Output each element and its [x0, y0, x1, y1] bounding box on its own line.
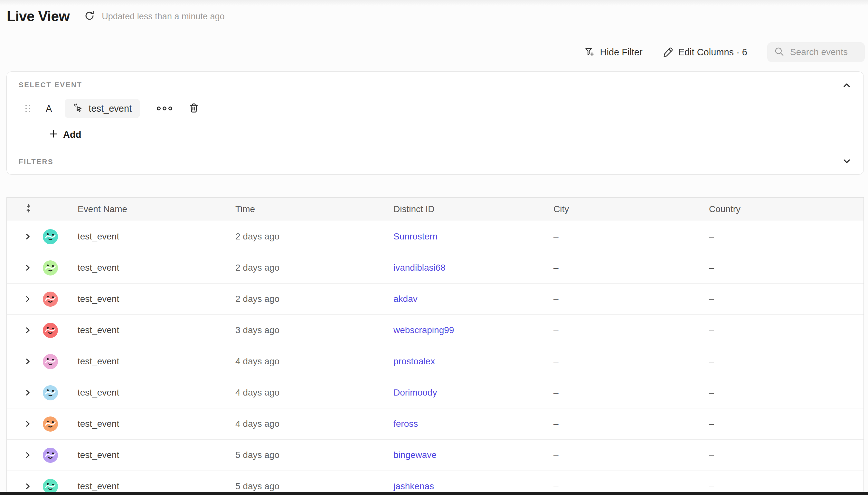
country-cell: – — [709, 419, 864, 429]
time-cell: 4 days ago — [235, 356, 393, 366]
table-row[interactable]: test_event 5 days ago bingewave – – — [7, 440, 864, 471]
chevron-up-icon — [841, 86, 852, 91]
user-avatar — [43, 229, 58, 244]
time-cell: 5 days ago — [235, 450, 393, 460]
distinct-id-link[interactable]: bingewave — [393, 450, 554, 460]
distinct-id-link[interactable]: ivandiblasi68 — [393, 262, 554, 273]
updated-status: Updated less than a minute ago — [102, 12, 224, 21]
add-event-button[interactable]: Add — [49, 129, 81, 140]
expand-row-icon[interactable] — [23, 295, 32, 303]
more-options-button[interactable] — [157, 106, 172, 110]
delete-event-button[interactable] — [188, 102, 199, 115]
hide-filter-button[interactable]: Hide Filter — [584, 47, 642, 57]
city-cell: – — [554, 232, 709, 242]
expand-filters-button[interactable] — [841, 156, 852, 168]
country-cell: – — [709, 481, 864, 492]
expand-row-icon[interactable] — [23, 326, 32, 335]
event-query-row: A test_event — [25, 99, 199, 118]
event-chip-label: test_event — [88, 103, 132, 114]
distinct-id-link[interactable]: feross — [393, 419, 554, 429]
table-row[interactable]: test_event 2 days ago akdav – – — [7, 284, 864, 315]
country-cell: – — [709, 232, 864, 242]
search-input[interactable]: Search events — [767, 42, 865, 62]
column-header-event-name[interactable]: Event Name — [78, 204, 235, 214]
filters-section: FILTERS — [7, 149, 864, 174]
table-row[interactable]: test_event 4 days ago Dorimoody – – — [7, 377, 864, 408]
city-cell: – — [554, 388, 709, 398]
user-avatar — [43, 292, 58, 307]
hide-filter-label: Hide Filter — [600, 47, 642, 57]
expand-row-icon[interactable] — [23, 420, 32, 428]
table-row[interactable]: test_event 3 days ago webscraping99 – – — [7, 315, 864, 346]
city-cell: – — [554, 419, 709, 429]
column-header-country[interactable]: Country — [709, 204, 864, 214]
city-cell: – — [554, 325, 709, 335]
expand-row-icon[interactable] — [23, 357, 32, 365]
city-cell: – — [554, 262, 709, 273]
drag-handle[interactable] — [25, 105, 30, 112]
edit-columns-label: Edit Columns · 6 — [678, 47, 747, 57]
table-row[interactable]: test_event 2 days ago ivandiblasi68 – – — [7, 252, 864, 284]
user-avatar — [43, 448, 58, 463]
top-gradient — [0, 0, 868, 6]
event-name-cell: test_event — [78, 262, 235, 273]
time-cell: 3 days ago — [235, 325, 393, 335]
distinct-id-link[interactable]: Dorimoody — [393, 388, 554, 398]
pencil-icon — [663, 47, 674, 57]
refresh-icon — [84, 10, 95, 23]
time-cell: 2 days ago — [235, 232, 393, 242]
column-header-time[interactable]: Time — [235, 204, 393, 214]
edit-columns-button[interactable]: Edit Columns · 6 — [663, 47, 747, 57]
add-event-label: Add — [63, 130, 81, 140]
chevron-down-icon — [841, 162, 852, 167]
collapse-select-event-button[interactable] — [841, 80, 852, 92]
distinct-id-link[interactable]: akdav — [393, 294, 554, 304]
table-row[interactable]: test_event 4 days ago feross – – — [7, 408, 864, 440]
titlebar: Live View Updated less than a minute ago — [7, 8, 225, 24]
expand-row-icon[interactable] — [23, 233, 32, 241]
expand-row-icon[interactable] — [23, 451, 32, 459]
event-name-cell: test_event — [78, 419, 235, 429]
city-cell: – — [554, 450, 709, 460]
filter-plus-icon — [584, 47, 595, 57]
distinct-id-link[interactable]: prostoalex — [393, 356, 554, 366]
toolbar: Hide Filter Edit Columns · 6 Search even… — [584, 42, 865, 62]
time-cell: 4 days ago — [235, 388, 393, 398]
event-name-cell: test_event — [78, 325, 235, 335]
event-select-chip[interactable]: test_event — [65, 99, 140, 118]
user-avatar — [43, 416, 58, 432]
country-cell: – — [709, 450, 864, 460]
expand-row-icon[interactable] — [23, 482, 32, 491]
refresh-button[interactable] — [83, 10, 96, 23]
live-view-page: Live View Updated less than a minute ago… — [0, 0, 868, 495]
distinct-id-link[interactable]: Sunrostern — [393, 232, 554, 242]
distinct-id-link[interactable]: webscraping99 — [393, 325, 554, 335]
search-icon — [774, 46, 785, 58]
event-name-cell: test_event — [78, 450, 235, 460]
column-header-city[interactable]: City — [554, 204, 709, 214]
filters-label: FILTERS — [19, 158, 53, 166]
table-body: test_event 2 days ago Sunrostern – – — [7, 221, 864, 495]
table-row[interactable]: test_event 4 days ago prostoalex – – — [7, 346, 864, 377]
event-name-cell: test_event — [78, 294, 235, 304]
user-avatar — [43, 260, 58, 275]
expand-row-icon[interactable] — [23, 389, 32, 397]
country-cell: – — [709, 356, 864, 366]
time-cell: 5 days ago — [235, 481, 393, 492]
events-table: Event Name Time Distinct ID City Country — [6, 197, 864, 495]
expand-row-icon[interactable] — [23, 263, 32, 272]
time-cell: 2 days ago — [235, 294, 393, 304]
collapse-all-button[interactable] — [7, 203, 78, 215]
bottom-edge-bar — [0, 492, 868, 495]
distinct-id-link[interactable]: jashkenas — [393, 481, 554, 492]
user-avatar — [43, 385, 58, 400]
column-header-distinct-id[interactable]: Distinct ID — [393, 204, 554, 214]
country-cell: – — [709, 325, 864, 335]
user-avatar — [43, 354, 58, 369]
plus-icon — [49, 129, 58, 140]
table-row[interactable]: test_event 2 days ago Sunrostern – – — [7, 221, 864, 252]
user-avatar — [43, 323, 58, 338]
search-placeholder: Search events — [790, 47, 848, 57]
table-row[interactable]: test_event 5 days ago jashkenas – – — [7, 471, 864, 495]
event-row-letter: A — [46, 103, 52, 114]
